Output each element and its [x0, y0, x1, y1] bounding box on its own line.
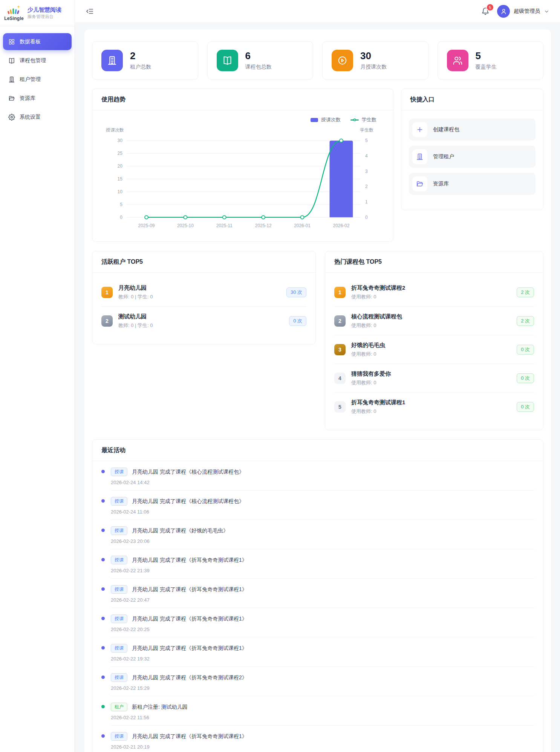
middle-row: 使用趋势 授课次数 学生数 30252015105: [92, 89, 543, 242]
plus-icon: [416, 126, 424, 133]
brand: LeSingle 少儿智慧阅读 服务管理后台: [0, 0, 75, 26]
activity-dot: [101, 676, 105, 679]
sidebar-item-label: 租户管理: [20, 76, 41, 83]
building-icon: [8, 76, 15, 83]
legend-item-bar[interactable]: 授课次数: [311, 116, 341, 123]
svg-text:4: 4: [365, 153, 368, 159]
rank-badge: 4: [334, 373, 346, 384]
usage-count-badge: 0 次: [517, 373, 534, 383]
activity-dot: [101, 499, 105, 503]
quick-entry-label: 创建课程包: [433, 126, 459, 133]
package-sub: 使用教师: 0: [351, 379, 511, 386]
rank-badge: 2: [334, 315, 346, 327]
sidebar-item[interactable]: 资源库: [3, 90, 72, 107]
activity-type-badge: 授课: [111, 556, 127, 564]
sidebar: LeSingle 少儿智慧阅读 服务管理后台 数据看板 课程包管理 租户管理: [0, 0, 75, 752]
logo: LeSingle: [4, 5, 24, 21]
collapse-sidebar-icon[interactable]: [86, 7, 94, 15]
activity-type-badge: 授课: [111, 526, 127, 535]
stat-card: 6 课程包总数: [207, 41, 314, 79]
list-item: 授课 月亮幼儿园 完成了课程《折耳兔奇奇测试课程1》 2026-02-22 21…: [101, 549, 534, 579]
legend-item-line[interactable]: 学生数: [350, 116, 376, 123]
activity-dot: [101, 617, 105, 620]
svg-text:30: 30: [118, 138, 123, 143]
sidebar-item[interactable]: 租户管理: [3, 71, 72, 88]
active-tenants-card: 活跃租户 TOP5 1 月亮幼儿园 教师: 0 | 学生: 0 30 次: [92, 251, 316, 344]
topbar: 5 超级管理员: [75, 0, 560, 23]
svg-text:15: 15: [118, 176, 123, 182]
stat-card: 5 覆盖学生: [438, 41, 544, 79]
activity-type-badge: 授课: [111, 673, 127, 682]
svg-text:2026-01: 2026-01: [294, 223, 311, 228]
activity-dot: [101, 705, 105, 708]
activity-type-badge: 授课: [111, 497, 127, 506]
activity-list: 授课 月亮幼儿园 完成了课程《核心流程测试课程包》 2026-02-24 14:…: [92, 461, 543, 752]
svg-text:10: 10: [118, 189, 123, 194]
list-item: 授课 月亮幼儿园 完成了课程《好饿的毛毛虫》 2026-02-23 20:06: [101, 520, 534, 549]
svg-text:25: 25: [118, 151, 123, 156]
sidebar-item[interactable]: 系统设置: [3, 109, 72, 125]
activity-timestamp: 2026-02-22 20:47: [111, 597, 534, 603]
quick-entry-label: 资源库: [433, 180, 449, 187]
list-item: 授课 月亮幼儿园 完成了课程《核心流程测试课程包》 2026-02-24 11:…: [101, 491, 534, 520]
svg-text:学生数: 学生数: [360, 127, 373, 133]
list-item: 授课 月亮幼儿园 完成了课程《折耳兔奇奇测试课程1》 2026-02-22 20…: [101, 579, 534, 608]
topbar-right: 5 超级管理员: [481, 5, 549, 18]
notification-badge: 5: [486, 3, 494, 11]
user-menu[interactable]: 超级管理员: [497, 5, 549, 18]
activity-type-badge: 授课: [111, 644, 127, 653]
activity-text: 月亮幼儿园 完成了课程《好饿的毛毛虫》: [132, 527, 228, 534]
top5-row: 活跃租户 TOP5 1 月亮幼儿园 教师: 0 | 学生: 0 30 次: [92, 251, 543, 430]
quick-entry-item[interactable]: 创建课程包: [409, 119, 536, 141]
app-title: 少儿智慧阅读: [28, 6, 61, 13]
sidebar-item[interactable]: 数据看板: [3, 33, 72, 50]
stat-value: 6: [245, 50, 272, 62]
list-item: 1 月亮幼儿园 教师: 0 | 学生: 0 30 次: [101, 278, 306, 307]
quick-entry-item[interactable]: 资源库: [409, 173, 536, 195]
quick-entry-list: 创建课程包 管理租户: [401, 110, 543, 210]
svg-text:2025-12: 2025-12: [255, 223, 272, 228]
list-item: 5 折耳兔奇奇测试课程1 使用教师: 0 0 次: [334, 393, 534, 421]
svg-text:3: 3: [365, 169, 368, 174]
usage-count-badge: 2 次: [517, 316, 534, 326]
recent-activities-card: 最近活动 授课 月亮幼儿园 完成了课程《核心流程测试课程包》 2026-02-2…: [92, 439, 543, 752]
rank-badge: 3: [334, 344, 346, 355]
stat-label: 租户总数: [130, 64, 151, 70]
book-icon: [222, 55, 233, 66]
sidebar-item-label: 数据看板: [20, 38, 41, 45]
activity-timestamp: 2026-02-22 19:32: [111, 656, 534, 662]
list-item: 4 猜猜我有多爱你 使用教师: 0 0 次: [334, 364, 534, 393]
activity-text: 月亮幼儿园 完成了课程《折耳兔奇奇测试课程1》: [132, 645, 247, 652]
play-circle-icon: [337, 55, 347, 66]
activity-type-badge: 授课: [111, 585, 127, 594]
content: 2 租户总数 6 课程包总数: [75, 23, 560, 752]
quick-entry-item[interactable]: 管理租户: [409, 146, 536, 168]
svg-text:0: 0: [120, 215, 122, 220]
sidebar-item[interactable]: 课程包管理: [3, 52, 72, 69]
package-sub: 使用教师: 0: [351, 293, 511, 300]
notifications-button[interactable]: 5: [481, 7, 490, 15]
chart-body: 授课次数 学生数 302520151050543210授课次数学生数2025-0…: [92, 116, 393, 241]
brand-text: 少儿智慧阅读 服务管理后台: [28, 6, 61, 20]
svg-text:2025-11: 2025-11: [216, 223, 233, 228]
stat-value: 30: [360, 50, 387, 62]
usage-trend-card: 使用趋势 授课次数 学生数 30252015105: [92, 89, 393, 242]
activity-timestamp: 2026-02-23 20:06: [111, 538, 534, 544]
rank-badge: 1: [334, 287, 346, 298]
activity-timestamp: 2026-02-22 15:29: [111, 685, 534, 691]
package-sub: 使用教师: 0: [351, 408, 511, 415]
activity-text: 月亮幼儿园 完成了课程《折耳兔奇奇测试课程1》: [132, 557, 247, 564]
quick-entry-label: 管理租户: [433, 153, 454, 160]
activity-text: 月亮幼儿园 完成了课程《折耳兔奇奇测试课程1》: [132, 733, 247, 740]
legend-label: 学生数: [362, 116, 376, 123]
rank-badge: 5: [334, 401, 346, 413]
stat-label: 课程包总数: [245, 64, 272, 70]
activity-text: 月亮幼儿园 完成了课程《折耳兔奇奇测试课程1》: [132, 616, 247, 622]
activity-timestamp: 2026-02-22 11:56: [111, 715, 534, 720]
activity-type-badge: 授课: [111, 732, 127, 741]
activity-dot: [101, 529, 105, 532]
svg-text:1: 1: [365, 199, 368, 205]
package-name: 折耳兔奇奇测试课程1: [351, 399, 511, 406]
list-item: 租户 新租户注册: 测试幼儿园 2026-02-22 11:56: [101, 696, 534, 726]
stat-label: 月授课次数: [360, 64, 387, 70]
